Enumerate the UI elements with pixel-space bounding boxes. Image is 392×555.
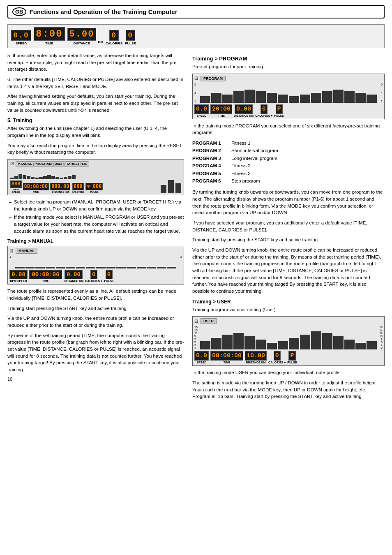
- program-description: Short interval program: [231, 147, 278, 154]
- chart-bar-10: [116, 267, 126, 268]
- program-table: PROGRAM 1Fitness 1PROGRAM 2Short interva…: [192, 139, 385, 185]
- program-text2: If you have selected your program, you c…: [192, 220, 385, 233]
- program-display-seg-speed: 0.0SPEED: [194, 104, 209, 117]
- mini-bar: [51, 176, 55, 179]
- program-description: Fitness 2: [231, 162, 251, 169]
- chart-bar-1: [25, 267, 35, 268]
- left-column: 5. If possible, enter only one default v…: [7, 52, 184, 403]
- section5-title: 5. Training: [7, 118, 184, 123]
- program-description: Long interval program: [231, 155, 277, 162]
- chart-bar-15: [367, 341, 377, 349]
- chart-bar-8: [289, 338, 299, 349]
- program-number: PROGRAM 3: [192, 155, 227, 162]
- mini-bar: [64, 177, 67, 179]
- chart-bar-0: [15, 267, 25, 268]
- chart-bar-13: [344, 340, 355, 349]
- list-item: If the training mode you select is MANUA…: [7, 214, 184, 234]
- program-number: PROGRAM 6: [192, 177, 227, 185]
- program-display: ☑PROGRAM5316420.0SPEED20:00TIME0.00DISTA…: [192, 74, 385, 119]
- mini-prog-label: MANUAL | PROGRAM | USER | TARGET H.R.: [16, 161, 89, 166]
- program-number: PROGRAM 4: [192, 162, 227, 169]
- user-display-seg-distancekm: 10.00DISTANCE KM: [245, 351, 267, 364]
- chart-bar-4: [56, 267, 65, 268]
- user-section-title: Training > USER: [192, 299, 385, 305]
- top-display-widget: 0.0SPEED8:00TIME5.00DISTANCEKM0CALORIES0…: [7, 24, 385, 48]
- chart-bar-4: [244, 90, 255, 103]
- training-selection-display: ☑MANUAL | PROGRAM | USER | TARGET H.R.88…: [7, 159, 184, 195]
- chart-bar-6: [267, 343, 277, 349]
- chart-bar-12: [333, 336, 344, 349]
- manual-text3: Via the UP and DOWN turning knob, the en…: [7, 315, 184, 328]
- chart-bar-10: [311, 93, 321, 103]
- user-subtitle: Training program via user setting (User): [192, 306, 385, 313]
- mini-bar: [14, 176, 18, 179]
- after-defaults-text: After having finished setting your defau…: [7, 93, 184, 113]
- program-table-row: PROGRAM 3Long interval program: [192, 155, 385, 162]
- chart-bar-2: [222, 335, 233, 349]
- chart-bar-6: [267, 93, 277, 103]
- chart-bar-3: [233, 91, 244, 103]
- user-display: ☑USER151311975311614121086420.0SPEED00:0…: [192, 316, 385, 366]
- chart-bar-4: [244, 336, 255, 349]
- chart-bar-12: [137, 267, 146, 268]
- three-bar: [168, 180, 174, 193]
- mini-bar: [60, 178, 63, 179]
- chart-bar-15: [167, 267, 176, 268]
- page-title: Functions and Operation of the Training …: [30, 8, 178, 15]
- mini-bar: [43, 176, 47, 179]
- user-text1: In the training mode USER you can design…: [192, 369, 385, 376]
- mini-bar: [68, 176, 71, 179]
- chart-bar-13: [344, 91, 355, 103]
- chart-bar-12: [333, 90, 344, 103]
- three-bar: [175, 183, 181, 193]
- chart-bar-2: [35, 267, 45, 268]
- manual-display-title-label: MANUAL: [16, 248, 37, 254]
- manual-display-seg-distancekm: 0.00DISTANCE KM: [64, 270, 83, 282]
- mini-bar: [72, 175, 76, 179]
- program-description: Step program: [231, 177, 260, 185]
- chart-bar-11: [322, 91, 332, 103]
- chart-bar-8: [96, 267, 106, 268]
- chart-bar-13: [147, 267, 156, 268]
- program-description: Fitness 3: [231, 170, 251, 177]
- program-text4: Via the UP and DOWN turning knob, the en…: [192, 247, 385, 295]
- list-item: Select the training program (MANUAL, PRO…: [7, 199, 184, 212]
- intro-point-6: 6. The other defaults [TIME, CALORIES or…: [7, 76, 184, 90]
- chart-bar-5: [256, 340, 266, 349]
- chart-bar-5: [256, 91, 266, 103]
- program-table-row: PROGRAM 4Fitness 2: [192, 162, 385, 169]
- page-container: GB Functions and Operation of the Traini…: [0, 0, 392, 408]
- program-subtitle: Pre-set programs for your training: [192, 63, 385, 70]
- user-display-seg-pulse: PPULSE: [287, 351, 297, 364]
- mini-bar: [35, 178, 39, 179]
- mini-bar: [47, 175, 51, 179]
- section5-text2: You may also reach the program line in t…: [7, 142, 184, 156]
- chart-bar-9: [106, 267, 116, 268]
- main-columns: 5. If possible, enter only one default v…: [7, 52, 385, 403]
- chart-bar-0: [200, 341, 210, 349]
- program-table-row: PROGRAM 6Step program: [192, 177, 385, 185]
- top-seg-pulse: 0PULSE: [125, 30, 136, 45]
- chart-bar-15: [367, 95, 377, 103]
- user-display-seg-time: 00:00:00TIME: [210, 351, 243, 364]
- program-number: PROGRAM 2: [192, 147, 227, 154]
- top-seg-time: 8:00TIME: [34, 27, 65, 45]
- section5-text1: After switching on the unit (see chapter…: [7, 125, 184, 139]
- chart-bar-9: [300, 95, 310, 103]
- program-display-seg-pulse: PPULSE: [274, 104, 284, 117]
- chart-bar-1: [211, 93, 221, 103]
- mini-bar: [39, 177, 43, 179]
- user-display-title-label: USER: [201, 318, 217, 324]
- program-table-row: PROGRAM 2Short interval program: [192, 147, 385, 154]
- manual-display-seg-pulse: 0PULSE: [104, 270, 113, 282]
- chart-bar-11: [322, 333, 332, 349]
- right-column: Training > PROGRAM Pre-set programs for …: [192, 52, 385, 403]
- program-table-row: PROGRAM 5Fitness 3: [192, 170, 385, 177]
- mini-bar: [31, 177, 35, 179]
- manual-display-seg-calories♥: 0CALORIES ♥: [85, 270, 102, 282]
- gb-badge: GB: [12, 7, 26, 16]
- program-display-title-label: PROGRAM: [201, 76, 226, 81]
- chart-bar-14: [355, 343, 366, 349]
- program-display-seg-distancekm: 0.00DISTANCE KM: [234, 104, 254, 117]
- chart-bar-6: [76, 267, 85, 268]
